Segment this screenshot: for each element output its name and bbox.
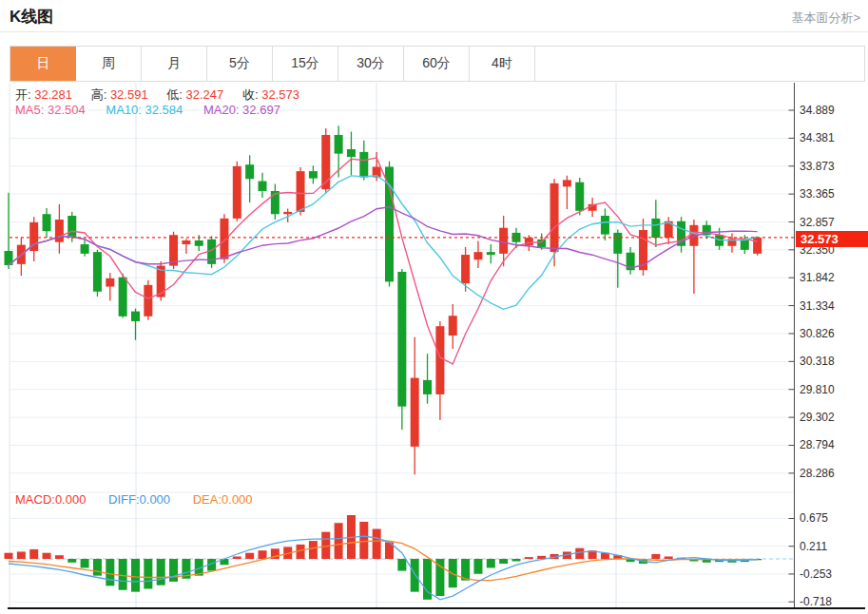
axis-tick-label: 30.318 bbox=[800, 355, 835, 368]
macd-bar bbox=[665, 556, 673, 559]
axis-tick-label: 29.302 bbox=[800, 411, 835, 424]
axis-tick-label: 30.826 bbox=[800, 327, 835, 340]
dea-value: DEA:0.000 bbox=[193, 492, 253, 507]
candle-body bbox=[195, 240, 203, 246]
candle-body bbox=[435, 326, 444, 394]
axis-tick-label: 28.286 bbox=[800, 467, 835, 480]
candle-body bbox=[144, 285, 152, 317]
candle-body bbox=[68, 216, 76, 238]
candle-body bbox=[81, 244, 89, 254]
axis-tick-label: -0.718 bbox=[800, 595, 832, 608]
macd-bar bbox=[309, 541, 318, 559]
ma-readout: MA5: 32.504 MA10: 32.584 MA20: 32.697 bbox=[15, 103, 280, 117]
candle-body bbox=[347, 149, 356, 157]
candle-body bbox=[309, 171, 318, 179]
macd-bar bbox=[169, 559, 178, 582]
macd-bar bbox=[397, 559, 406, 571]
ma20-value: MA20: 32.697 bbox=[203, 103, 280, 117]
fundamental-analysis-link[interactable]: 基本面分析> bbox=[791, 10, 860, 27]
tab-interval-2[interactable]: 月 bbox=[142, 47, 207, 81]
axis-tick-label: 32.857 bbox=[800, 216, 835, 229]
macd-bar bbox=[106, 559, 114, 585]
candle-body bbox=[753, 238, 762, 254]
tab-interval-1[interactable]: 周 bbox=[76, 47, 142, 81]
macd-value: MACD:0.000 bbox=[15, 492, 86, 507]
axis-tick-label: 33.365 bbox=[800, 187, 835, 201]
tab-interval-5[interactable]: 30分 bbox=[338, 47, 404, 81]
axis-tick-label: 29.810 bbox=[800, 383, 835, 396]
current-price-tag: 32.573 bbox=[796, 231, 868, 247]
axis-tick-label: 34.381 bbox=[800, 131, 835, 144]
tab-interval-0[interactable]: 日 bbox=[10, 47, 76, 81]
macd-bar bbox=[43, 553, 51, 559]
macd-bar bbox=[359, 522, 368, 559]
axis-tick-label: 0.211 bbox=[800, 540, 827, 553]
ma10-value: MA10: 32.584 bbox=[106, 103, 183, 117]
tab-interval-7[interactable]: 4时 bbox=[470, 47, 535, 81]
candle-body bbox=[106, 278, 114, 287]
macd-bar bbox=[473, 559, 482, 574]
candle-body bbox=[601, 216, 609, 235]
candle-body bbox=[473, 252, 482, 259]
macd-bar bbox=[144, 559, 152, 589]
candle-body bbox=[359, 152, 368, 178]
candle-body bbox=[259, 182, 267, 191]
candle-body bbox=[43, 214, 51, 231]
candle-body bbox=[423, 380, 432, 394]
high-value: 32.591 bbox=[110, 87, 148, 102]
axis-tick-label: 31.334 bbox=[800, 299, 835, 313]
candle-body bbox=[613, 233, 622, 254]
macd-bar bbox=[411, 559, 419, 592]
candle-body bbox=[297, 171, 305, 212]
candle-body bbox=[55, 220, 64, 242]
macd-bar bbox=[131, 559, 140, 592]
candle-body bbox=[220, 219, 228, 259]
macd-readout: MACD:0.000 DIFF:0.000 DEA:0.000 bbox=[15, 492, 253, 507]
candle-body bbox=[131, 312, 140, 321]
candle-body bbox=[461, 255, 470, 283]
macd-bar bbox=[512, 559, 521, 562]
macd-bar bbox=[81, 559, 89, 567]
candle-body bbox=[499, 228, 508, 254]
high-label: 高: bbox=[91, 87, 107, 102]
macd-bar bbox=[55, 555, 64, 559]
open-label: 开: bbox=[15, 87, 31, 102]
axis-tick-label: -0.253 bbox=[800, 567, 832, 581]
candle-body bbox=[397, 272, 406, 407]
macd-bar bbox=[335, 523, 343, 559]
tab-interval-6[interactable]: 60分 bbox=[404, 47, 470, 81]
close-label: 收: bbox=[242, 87, 259, 102]
tab-interval-4[interactable]: 15分 bbox=[273, 47, 338, 81]
macd-bar bbox=[245, 553, 254, 559]
header-divider bbox=[0, 31, 868, 32]
low-label: 低: bbox=[166, 87, 183, 102]
macd-bar bbox=[373, 529, 381, 560]
candle-body bbox=[563, 180, 571, 186]
kline-page: 34.88934.38133.87333.36532.85732.35031.8… bbox=[0, 0, 868, 614]
candle-body bbox=[233, 166, 241, 219]
candle-body bbox=[651, 219, 660, 238]
axis-tick-label: 28.794 bbox=[800, 438, 835, 451]
macd-bar bbox=[259, 550, 267, 559]
candle-body bbox=[93, 252, 102, 292]
macd-bar bbox=[17, 551, 26, 559]
macd-bar bbox=[93, 559, 102, 576]
candle-body bbox=[182, 240, 190, 244]
candle-body bbox=[550, 183, 559, 252]
macd-bar bbox=[525, 557, 533, 559]
candle-body bbox=[639, 230, 647, 270]
tab-interval-3[interactable]: 5分 bbox=[207, 47, 273, 81]
macd-bar bbox=[5, 553, 13, 559]
candle-body bbox=[321, 135, 330, 189]
macd-bar bbox=[233, 556, 241, 559]
axis-tick-label: 0.675 bbox=[800, 511, 828, 525]
candle-body bbox=[335, 135, 343, 154]
low-value: 32.247 bbox=[186, 87, 224, 102]
open-value: 32.281 bbox=[34, 87, 72, 102]
candle-body bbox=[119, 278, 127, 317]
ma5-value: MA5: 32.504 bbox=[15, 103, 86, 117]
tabbar-filler bbox=[535, 47, 864, 81]
macd-bar bbox=[499, 559, 508, 564]
axis-tick-label: 33.873 bbox=[800, 160, 835, 173]
candle-body bbox=[245, 164, 254, 179]
